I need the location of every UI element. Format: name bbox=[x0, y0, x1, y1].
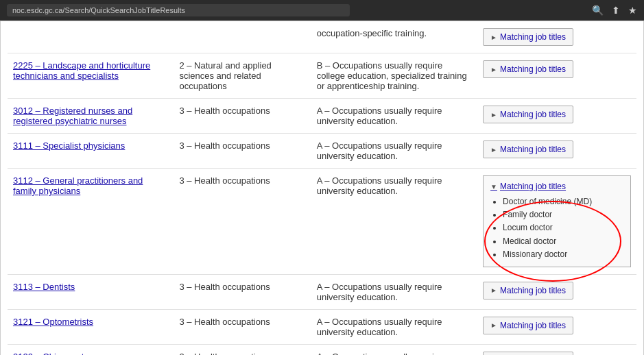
cell-code: 3111 – Specialist physicians bbox=[8, 134, 174, 169]
matching-expanded-header[interactable]: ▼ Matching job titles bbox=[490, 182, 623, 191]
share-icon[interactable]: ⬆ bbox=[612, 5, 620, 16]
cell-sector: 3 – Health occupations bbox=[174, 169, 311, 275]
table-row: 3012 – Registered nurses and registered … bbox=[8, 99, 636, 134]
matching-btn-label: Matching job titles bbox=[500, 64, 566, 74]
cell-sector bbox=[174, 21, 311, 53]
cell-matching: ► Matching job titles bbox=[477, 274, 636, 309]
table-row: 3122 – Chiropractors 3 – Health occupati… bbox=[8, 344, 636, 355]
matching-btn-2225[interactable]: ► Matching job titles bbox=[483, 60, 573, 78]
arrow-icon: ► bbox=[490, 66, 497, 73]
cell-sector: 3 – Health occupations bbox=[174, 274, 311, 309]
matching-btn-top[interactable]: ► Matching job titles bbox=[483, 28, 573, 46]
cell-matching: ► Matching job titles bbox=[477, 99, 636, 134]
matching-btn-label: Matching job titles bbox=[500, 145, 566, 154]
cell-sector: 2 – Natural and applied sciences and rel… bbox=[174, 53, 311, 99]
cell-sector: 3 – Health occupations bbox=[174, 309, 311, 344]
arrow-icon: ► bbox=[490, 321, 497, 329]
row-link-3111[interactable]: 3111 – Specialist physicians bbox=[13, 140, 125, 151]
cell-education: occupation-specific training. bbox=[311, 21, 477, 53]
list-item: Doctor of medicine (MD) bbox=[503, 195, 623, 208]
cell-sector: 3 – Health occupations bbox=[174, 99, 311, 134]
matching-btn-label: Matching job titles bbox=[500, 32, 566, 42]
table-row: 3113 – Dentists 3 – Health occupations A… bbox=[8, 274, 636, 309]
matching-btn-3122[interactable]: ► Matching job titles bbox=[483, 352, 573, 355]
cell-education: A – Occupations usually require universi… bbox=[311, 134, 477, 169]
arrow-icon: ► bbox=[490, 146, 497, 154]
cell-code bbox=[8, 21, 174, 53]
cell-matching-expanded: ▼ Matching job titles Doctor of medicine… bbox=[477, 169, 636, 275]
search-icon[interactable]: 🔍 bbox=[592, 5, 604, 16]
matching-btn-3121[interactable]: ► Matching job titles bbox=[483, 317, 573, 334]
cell-matching: ► Matching job titles bbox=[477, 344, 636, 355]
bookmark-icon[interactable]: ★ bbox=[628, 5, 637, 16]
cell-matching: ► Matching job titles bbox=[477, 21, 636, 53]
row-link-3122[interactable]: 3122 – Chiropractors bbox=[13, 352, 96, 355]
job-titles-list: Doctor of medicine (MD) Family doctor Lo… bbox=[490, 195, 623, 261]
cell-education: B – Occupations usually require college … bbox=[311, 53, 477, 99]
row-link-3112[interactable]: 3112 – General practitioners and family … bbox=[13, 175, 143, 196]
row-link-3121[interactable]: 3121 – Optometrists bbox=[13, 317, 93, 327]
matching-btn-3012[interactable]: ► Matching job titles bbox=[483, 106, 573, 123]
matching-expanded-label: Matching job titles bbox=[500, 182, 566, 191]
table-row: 3121 – Optometrists 3 – Health occupatio… bbox=[8, 309, 636, 344]
cell-education: A – Occupations usually require universi… bbox=[311, 274, 477, 309]
matching-btn-3111[interactable]: ► Matching job titles bbox=[483, 140, 573, 158]
cell-code: 3012 – Registered nurses and registered … bbox=[8, 99, 174, 134]
table-row: occupation-specific training. ► Matching… bbox=[8, 21, 636, 53]
arrow-down-icon: ▼ bbox=[490, 183, 497, 191]
cell-education: A – Occupations usually require universi… bbox=[311, 344, 477, 355]
row-link-2225[interactable]: 2225 – Landscape and horticulture techni… bbox=[13, 60, 150, 81]
table-row: 3111 – Specialist physicians 3 – Health … bbox=[8, 134, 636, 169]
cell-education: A – Occupations usually require universi… bbox=[311, 99, 477, 134]
matching-btn-label: Matching job titles bbox=[500, 110, 566, 119]
cell-code: 3112 – General practitioners and family … bbox=[8, 169, 174, 275]
cell-code: 3122 – Chiropractors bbox=[8, 344, 174, 355]
page-content: occupation-specific training. ► Matching… bbox=[0, 21, 644, 355]
matching-expanded-panel: ▼ Matching job titles Doctor of medicine… bbox=[483, 175, 631, 267]
cell-matching: ► Matching job titles bbox=[477, 53, 636, 99]
cell-code: 3121 – Optometrists bbox=[8, 309, 174, 344]
results-table: occupation-specific training. ► Matching… bbox=[8, 21, 636, 355]
url-bar[interactable]: noc.esdc.gc.ca/Search/QuickSearchJobTitl… bbox=[7, 4, 350, 16]
cell-matching: ► Matching job titles bbox=[477, 134, 636, 169]
browser-bar: noc.esdc.gc.ca/Search/QuickSearchJobTitl… bbox=[0, 0, 644, 21]
cell-code: 2225 – Landscape and horticulture techni… bbox=[8, 53, 174, 99]
list-item: Family doctor bbox=[503, 208, 623, 221]
matching-btn-label: Matching job titles bbox=[500, 286, 566, 295]
row-link-3012[interactable]: 3012 – Registered nurses and registered … bbox=[13, 106, 132, 126]
cell-code: 3113 – Dentists bbox=[8, 274, 174, 309]
cell-sector: 3 – Health occupations bbox=[174, 134, 311, 169]
matching-btn-3113[interactable]: ► Matching job titles bbox=[483, 282, 573, 299]
browser-icons: 🔍 ⬆ ★ bbox=[592, 5, 637, 16]
table-row-3112: 3112 – General practitioners and family … bbox=[8, 169, 636, 275]
row-link-3113[interactable]: 3113 – Dentists bbox=[13, 282, 75, 292]
cell-sector: 3 – Health occupations bbox=[174, 344, 311, 355]
table-row: 2225 – Landscape and horticulture techni… bbox=[8, 53, 636, 99]
list-item: Missionary doctor bbox=[503, 248, 623, 261]
cell-matching: ► Matching job titles bbox=[477, 309, 636, 344]
list-item: Medical doctor bbox=[503, 235, 623, 248]
page-wrapper: occupation-specific training. ► Matching… bbox=[0, 21, 644, 355]
cell-education: A – Occupations usually require universi… bbox=[311, 309, 477, 344]
matching-btn-label: Matching job titles bbox=[500, 321, 566, 330]
list-item: Locum doctor bbox=[503, 221, 623, 234]
arrow-icon: ► bbox=[490, 286, 497, 294]
arrow-icon: ► bbox=[490, 111, 497, 119]
cell-education: A – Occupations usually require universi… bbox=[311, 169, 477, 275]
arrow-icon: ► bbox=[490, 34, 497, 41]
